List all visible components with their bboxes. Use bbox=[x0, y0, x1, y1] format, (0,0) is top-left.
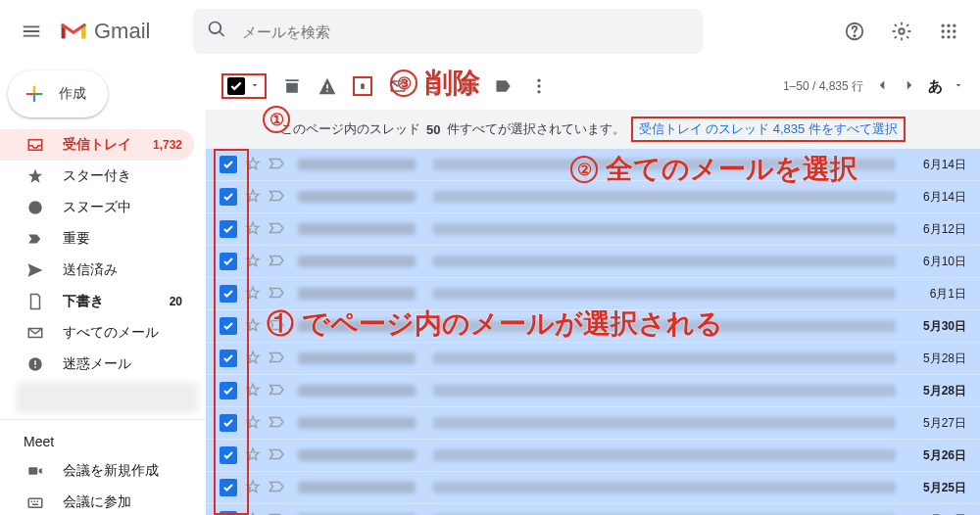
email-row[interactable]: 5月24日 bbox=[206, 504, 980, 515]
gmail-logo[interactable]: Gmail bbox=[59, 19, 150, 44]
compose-label: 作成 bbox=[59, 85, 86, 103]
meet-item-label: 会議に参加 bbox=[63, 493, 131, 511]
subject-blur bbox=[433, 449, 896, 461]
sidebar-item-4[interactable]: 送信済み bbox=[0, 255, 194, 286]
star-icon[interactable] bbox=[245, 220, 261, 239]
next-page-button[interactable] bbox=[901, 76, 918, 97]
sidebar-item-label: 下書き bbox=[63, 293, 104, 310]
svg-rect-16 bbox=[28, 467, 37, 475]
star-icon[interactable] bbox=[245, 479, 261, 497]
important-icon[interactable] bbox=[269, 254, 286, 270]
star-icon[interactable] bbox=[245, 350, 261, 368]
sidebar-item-7[interactable]: 迷惑メール bbox=[0, 349, 194, 380]
mark-unread-button[interactable] bbox=[388, 76, 408, 96]
meet-item-1[interactable]: 会議に参加 bbox=[0, 487, 194, 515]
row-checkbox[interactable] bbox=[220, 156, 237, 173]
important-icon[interactable] bbox=[269, 221, 286, 238]
email-row[interactable]: 5月30日 bbox=[206, 310, 980, 343]
email-row[interactable]: 6月10日 bbox=[206, 246, 980, 278]
important-icon[interactable] bbox=[269, 157, 286, 173]
important-icon[interactable] bbox=[269, 480, 286, 496]
delete-button[interactable] bbox=[353, 76, 372, 96]
row-checkbox[interactable] bbox=[220, 446, 237, 464]
row-date: 6月10日 bbox=[913, 254, 966, 270]
select-all-conversations-link[interactable]: 受信トレイ のスレッド 4,835 件をすべて選択 bbox=[631, 117, 906, 142]
star-icon[interactable] bbox=[245, 188, 261, 207]
row-date: 5月24日 bbox=[913, 512, 966, 516]
apps-icon[interactable] bbox=[929, 12, 968, 51]
chevron-down-icon[interactable] bbox=[953, 79, 964, 94]
row-checkbox[interactable] bbox=[220, 188, 237, 206]
email-row[interactable]: 5月25日 bbox=[206, 472, 980, 504]
email-row[interactable]: 5月28日 bbox=[206, 375, 980, 407]
important-icon[interactable] bbox=[269, 318, 286, 335]
email-row[interactable]: 6月12日 bbox=[206, 213, 980, 246]
sidebar-item-0[interactable]: 受信トレイ 1,732 bbox=[0, 129, 194, 161]
sidebar-item-3[interactable]: 重要 bbox=[0, 223, 194, 255]
labels-button[interactable] bbox=[494, 76, 514, 96]
input-tools-button[interactable]: あ bbox=[928, 77, 943, 96]
report-spam-button[interactable] bbox=[318, 76, 337, 96]
archive-button[interactable] bbox=[282, 76, 302, 96]
page-count: 1–50 / 4,835 行 bbox=[783, 78, 863, 95]
star-icon[interactable] bbox=[245, 156, 261, 174]
sender-blur bbox=[298, 417, 416, 429]
row-checkbox[interactable] bbox=[220, 253, 237, 270]
email-row[interactable]: 5月27日 bbox=[206, 407, 980, 440]
sidebar-item-label: すべてのメール bbox=[63, 324, 159, 342]
star-icon[interactable] bbox=[245, 414, 261, 433]
important-icon[interactable] bbox=[269, 447, 286, 464]
compose-button[interactable]: 作成 bbox=[8, 70, 108, 117]
important-icon[interactable] bbox=[269, 351, 286, 367]
row-checkbox[interactable] bbox=[220, 350, 237, 367]
meet-item-0[interactable]: 会議を新規作成 bbox=[0, 455, 194, 487]
select-all-checkbox[interactable] bbox=[221, 73, 267, 99]
svg-point-3 bbox=[942, 24, 945, 27]
row-checkbox[interactable] bbox=[220, 317, 237, 335]
star-icon[interactable] bbox=[245, 253, 261, 271]
chevron-down-icon[interactable] bbox=[249, 77, 261, 95]
row-checkbox[interactable] bbox=[220, 479, 237, 496]
sidebar-item-1[interactable]: スター付き bbox=[0, 161, 194, 192]
important-icon[interactable] bbox=[269, 415, 286, 432]
search-icon bbox=[207, 20, 226, 43]
row-checkbox[interactable] bbox=[220, 382, 237, 399]
star-icon[interactable] bbox=[245, 317, 261, 336]
help-icon[interactable] bbox=[835, 12, 874, 51]
svg-point-7 bbox=[947, 29, 950, 32]
important-icon[interactable] bbox=[269, 383, 286, 399]
subject-blur bbox=[433, 417, 896, 429]
search-input[interactable] bbox=[240, 23, 689, 41]
email-row[interactable]: 6月1日 bbox=[206, 278, 980, 310]
row-checkbox[interactable] bbox=[220, 511, 237, 515]
more-button[interactable] bbox=[529, 76, 549, 96]
sidebar: 作成 受信トレイ 1,732 スター付き スヌーズ中 重要 送信済み 下書き 2… bbox=[0, 63, 206, 515]
brand-text: Gmail bbox=[94, 19, 150, 44]
star-icon[interactable] bbox=[245, 446, 261, 465]
main-menu-button[interactable] bbox=[8, 8, 55, 55]
svg-point-20 bbox=[537, 84, 540, 87]
important-icon[interactable] bbox=[269, 512, 286, 516]
settings-icon[interactable] bbox=[882, 12, 921, 51]
row-date: 6月12日 bbox=[913, 221, 966, 238]
sidebar-item-5[interactable]: 下書き 20 bbox=[0, 286, 194, 317]
email-row[interactable]: 6月14日 bbox=[206, 181, 980, 213]
sidebar-item-6[interactable]: すべてのメール bbox=[0, 317, 194, 349]
star-icon[interactable] bbox=[245, 511, 261, 516]
move-to-button[interactable] bbox=[459, 76, 478, 96]
email-row[interactable]: 6月14日 bbox=[206, 149, 980, 181]
search-bar[interactable] bbox=[193, 9, 703, 54]
email-list: 6月14日 6月14日 6月12日 6月10日 6月1日 5月30日 bbox=[206, 149, 980, 515]
star-icon[interactable] bbox=[245, 285, 261, 304]
row-checkbox[interactable] bbox=[220, 285, 237, 303]
prev-page-button[interactable] bbox=[873, 76, 891, 97]
important-icon[interactable] bbox=[269, 189, 286, 206]
row-checkbox[interactable] bbox=[220, 220, 237, 238]
email-row[interactable]: 5月28日 bbox=[206, 343, 980, 375]
important-icon[interactable] bbox=[269, 286, 286, 303]
email-row[interactable]: 5月26日 bbox=[206, 440, 980, 472]
snooze-button[interactable] bbox=[423, 76, 443, 96]
sidebar-item-2[interactable]: スヌーズ中 bbox=[0, 192, 194, 223]
row-checkbox[interactable] bbox=[220, 414, 237, 432]
star-icon[interactable] bbox=[245, 382, 261, 400]
